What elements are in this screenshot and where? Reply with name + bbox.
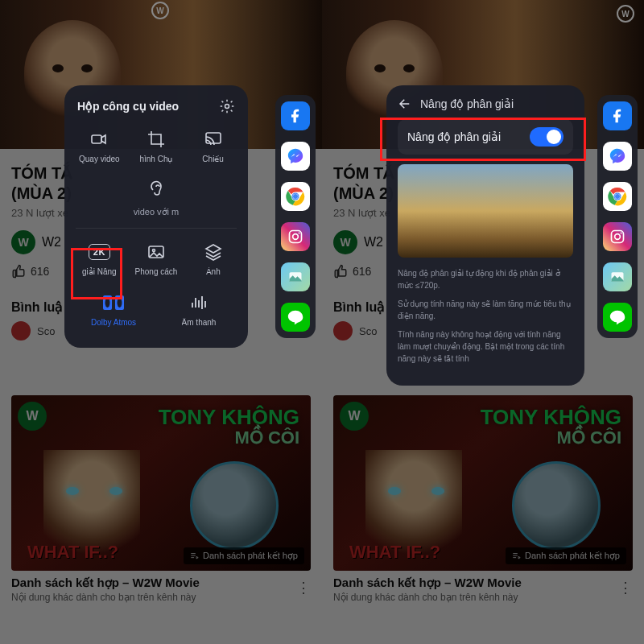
app-instagram[interactable] bbox=[281, 222, 310, 251]
card-bubble bbox=[190, 461, 279, 550]
card-channel-badge: W bbox=[18, 402, 47, 431]
pane-left: TÓM TẮ (MÙA 2) 23 N lượt xe W W2 616 Bìn… bbox=[0, 0, 322, 644]
card-bubble bbox=[512, 461, 601, 550]
line-icon bbox=[609, 308, 626, 326]
studio-badge: W bbox=[151, 2, 169, 19]
app-messenger[interactable] bbox=[603, 142, 632, 171]
svg-point-12 bbox=[152, 250, 155, 252]
thumb-up-icon bbox=[11, 264, 26, 279]
split-view: TÓM TẮ (MÙA 2) 23 N lượt xe W W2 616 Bìn… bbox=[0, 0, 644, 644]
app-messenger[interactable] bbox=[281, 142, 310, 171]
tool-cast[interactable]: Chiếu bbox=[186, 122, 240, 170]
card-subtitle: Nội dung khác dành cho bạn trên kênh này bbox=[333, 592, 633, 603]
card-subtitle: Nội dung khác dành cho bạn trên kênh này bbox=[11, 592, 311, 603]
line-icon bbox=[287, 308, 304, 326]
gear-icon[interactable] bbox=[219, 98, 235, 114]
channel-avatar[interactable]: W bbox=[333, 230, 357, 254]
channel-avatar[interactable]: W bbox=[11, 230, 35, 254]
playlist-tag: Danh sách phát kết hợp bbox=[506, 547, 626, 564]
divider bbox=[76, 228, 237, 229]
app-facebook[interactable] bbox=[281, 101, 310, 130]
svg-point-5 bbox=[293, 234, 299, 240]
panel-header: Hộp công cụ video bbox=[72, 98, 240, 122]
panel-title: Hộp công cụ video bbox=[77, 100, 179, 113]
tool-image[interactable]: Ảnh bbox=[186, 235, 240, 283]
dolby-icon bbox=[103, 295, 124, 310]
more-icon[interactable]: ⋮ bbox=[296, 579, 311, 597]
instagram-icon bbox=[609, 229, 625, 245]
resolution-panel: Nâng độ phân giải Nâng độ phân giải Nâng… bbox=[386, 85, 584, 386]
svg-point-22 bbox=[615, 234, 621, 240]
app-chrome[interactable] bbox=[281, 182, 310, 211]
playlist-card[interactable]: W TONY KHÔNG MỒ CÔI WHAT IF..? Danh sách… bbox=[333, 395, 633, 571]
tool-row-1: Quay video hình Chụ Chiếu bbox=[72, 122, 240, 170]
card-headline: TONY KHÔNG MỒ CÔI bbox=[159, 407, 299, 447]
playlist-icon bbox=[190, 551, 200, 561]
tool-record[interactable]: Quay video bbox=[72, 122, 126, 170]
playlist-card[interactable]: W TONY KHÔNG MỒ CÔI WHAT IF..? Danh sách… bbox=[11, 395, 311, 571]
pane-right: TÓM TẮ (MÙA 2) 23 N lượt xe W W2 616 Bìn… bbox=[322, 0, 644, 644]
tool-resolution[interactable]: 2K giải Nâng bbox=[72, 235, 126, 283]
toggle-label: Nâng độ phân giải bbox=[407, 130, 501, 143]
resolution-description: Nâng độ phân giải tự động khi độ phân gi… bbox=[398, 267, 573, 365]
messenger-icon bbox=[609, 147, 626, 165]
card-figure-eyes bbox=[388, 487, 444, 497]
camcorder-icon bbox=[89, 130, 109, 149]
svg-point-23 bbox=[621, 232, 622, 233]
video-toolbox-panel: Hộp công cụ video Quay video hình Chụ Ch… bbox=[64, 85, 248, 348]
app-facebook[interactable] bbox=[603, 101, 632, 130]
gallery-icon bbox=[287, 269, 303, 285]
svg-point-16 bbox=[118, 298, 122, 308]
tool-row-4: Dolby Atmos Âm thanh bbox=[72, 286, 240, 333]
commenter-avatar bbox=[11, 321, 31, 341]
messenger-icon bbox=[287, 147, 304, 165]
resolution-toggle-row[interactable]: Nâng độ phân giải bbox=[398, 119, 573, 155]
playlist-icon bbox=[512, 551, 522, 561]
facebook-icon bbox=[287, 108, 303, 124]
card-whatif-label: WHAT IF..? bbox=[349, 542, 440, 563]
channel-name: W2 bbox=[42, 235, 61, 250]
channel-name: W2 bbox=[364, 235, 383, 250]
app-chrome[interactable] bbox=[603, 182, 632, 211]
quick-app-sidebar bbox=[597, 95, 638, 338]
svg-point-6 bbox=[299, 232, 300, 233]
card-figure-eyes bbox=[66, 487, 122, 497]
tool-screenshot[interactable]: hình Chụ bbox=[130, 122, 184, 170]
commenter-name: Sco bbox=[359, 325, 377, 337]
back-arrow-icon[interactable] bbox=[398, 97, 412, 111]
toggle-switch[interactable] bbox=[530, 127, 564, 147]
resolution-preview bbox=[398, 164, 573, 258]
card-title[interactable]: Danh sách kết hợp – W2W Movie bbox=[11, 576, 311, 590]
thumb-up-icon bbox=[333, 264, 348, 279]
tool-style[interactable]: Phong cách bbox=[130, 235, 184, 283]
tool-dolby[interactable]: Dolby Atmos bbox=[72, 286, 155, 333]
card-meta: Danh sách kết hợp – W2W Movie Nội dung k… bbox=[11, 576, 311, 603]
like-count: 616 bbox=[353, 265, 371, 278]
crop-icon bbox=[147, 130, 166, 149]
studio-badge: W bbox=[617, 5, 634, 23]
2k-icon: 2K bbox=[89, 244, 110, 260]
svg-point-15 bbox=[105, 298, 110, 308]
gallery-icon bbox=[609, 269, 625, 285]
image-icon bbox=[147, 242, 166, 262]
like-count: 616 bbox=[31, 265, 49, 278]
equalizer-icon bbox=[189, 293, 208, 312]
app-line[interactable] bbox=[281, 303, 310, 332]
chrome-icon bbox=[286, 187, 305, 206]
svg-point-8 bbox=[225, 105, 229, 109]
tool-listen[interactable]: video với m bbox=[72, 173, 240, 221]
ear-icon bbox=[147, 179, 166, 198]
tool-sound[interactable]: Âm thanh bbox=[158, 286, 240, 333]
more-icon[interactable]: ⋮ bbox=[618, 579, 633, 597]
card-title[interactable]: Danh sách kết hợp – W2W Movie bbox=[333, 576, 633, 590]
app-gallery[interactable] bbox=[603, 262, 632, 291]
app-line[interactable] bbox=[603, 303, 632, 332]
svg-point-3 bbox=[293, 194, 298, 199]
tool-row-3: 2K giải Nâng Phong cách Ảnh bbox=[72, 235, 240, 283]
tool-row-2: video với m bbox=[72, 173, 240, 221]
card-whatif-label: WHAT IF..? bbox=[27, 542, 118, 563]
playlist-tag: Danh sách phát kết hợp bbox=[184, 547, 304, 564]
chrome-icon bbox=[608, 187, 627, 206]
app-instagram[interactable] bbox=[603, 222, 632, 251]
app-gallery[interactable] bbox=[281, 262, 310, 291]
